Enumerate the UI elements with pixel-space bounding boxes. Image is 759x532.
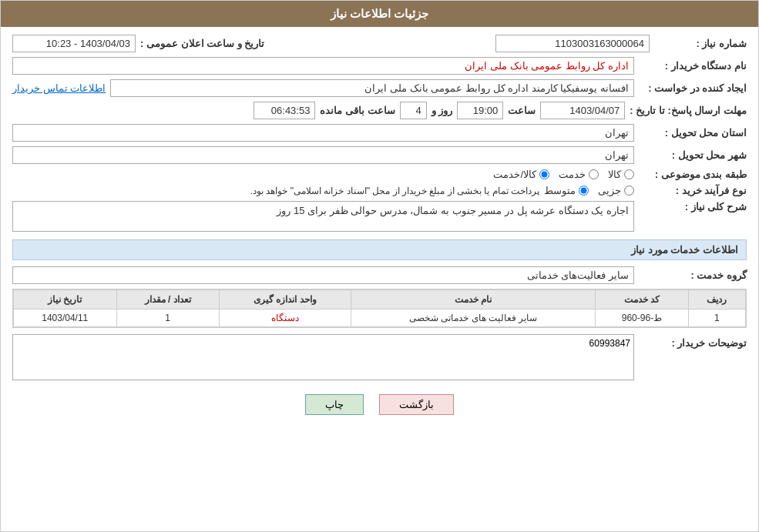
cell-row-num: 1 xyxy=(688,309,745,327)
need-number-label: شماره نیاز : xyxy=(654,38,747,49)
buyer-name-label: نام دستگاه خریدار : xyxy=(639,60,747,72)
purchase-type-note: پرداخت تمام یا بخشی از مبلغ خریدار از مح… xyxy=(12,186,539,196)
purchase-type-label: نوع فرآیند خرید : xyxy=(639,185,747,196)
buyer-name-value: اداره کل روابط عمومی بانک ملی ایران xyxy=(12,57,634,75)
col-header-unit: واحد اندازه گیری xyxy=(219,290,351,309)
purchase-type-radio-motavasset[interactable] xyxy=(579,186,589,196)
cell-service-code: ط-96-960 xyxy=(596,309,688,327)
province-label: استان محل تحویل : xyxy=(639,127,747,139)
deadline-remaining: 06:43:53 xyxy=(254,102,315,119)
category-kala-label: کالا xyxy=(608,169,621,180)
service-group-label: گروه خدمت : xyxy=(639,269,747,281)
announcement-value: 1403/04/03 - 10:23 xyxy=(12,35,136,52)
col-header-service-code: کد خدمت xyxy=(596,290,688,309)
cell-unit: دستگاه xyxy=(219,309,351,327)
category-label: طبقه بندی موضوعی : xyxy=(639,169,747,180)
city-label: شهر محل تحویل : xyxy=(639,149,747,161)
description-value: اجاره یک دستگاه عرشه پل در مسیر جنوب به … xyxy=(12,201,634,232)
description-label: شرح کلی نیاز : xyxy=(639,201,747,212)
buyer-desc-label: توضیحات خریدار : xyxy=(639,334,747,349)
cell-date: 1403/04/11 xyxy=(14,309,117,327)
creator-contact-link[interactable]: اطلاعات تماس خریدار xyxy=(12,82,106,94)
deadline-label: مهلت ارسال پاسخ: تا تاریخ : xyxy=(630,105,747,116)
table-row: 1 ط-96-960 سایر فعالیت های خدماتی شخصی د… xyxy=(14,309,746,327)
services-table: ردیف کد خدمت نام خدمت واحد اندازه گیری ت… xyxy=(12,289,747,328)
cell-service-name: سایر فعالیت های خدماتی شخصی xyxy=(351,309,596,327)
city-value: تهران xyxy=(12,146,634,164)
page-title: جزئیات اطلاعات نیاز xyxy=(1,1,758,27)
deadline-remaining-label: ساعت باقی مانده xyxy=(320,105,395,116)
announcement-label: تاریخ و ساعت اعلان عمومی : xyxy=(140,38,264,49)
category-khedmat-label: خدمت xyxy=(559,169,586,180)
col-header-quantity: تعداد / مقدار xyxy=(116,290,219,309)
creator-label: ایجاد کننده در خواست : xyxy=(639,82,747,94)
col-header-service-name: نام خدمت xyxy=(351,290,596,309)
purchase-type-radio-group: جزیی متوسط xyxy=(544,185,634,196)
print-button[interactable]: چاپ xyxy=(305,394,364,415)
category-kala-khedmat-label: کالا/خدمت xyxy=(493,169,536,180)
purchase-type-motavasset-label: متوسط xyxy=(544,185,576,196)
purchase-type-jozi-label: جزیی xyxy=(598,185,621,196)
deadline-time: 19:00 xyxy=(457,102,503,119)
services-section-title: اطلاعات خدمات مورد نیاز xyxy=(12,239,747,260)
purchase-type-radio-jozi[interactable] xyxy=(624,186,634,196)
cell-quantity: 1 xyxy=(116,309,219,327)
deadline-time-label: ساعت xyxy=(508,105,536,116)
back-button[interactable]: بازگشت xyxy=(379,394,454,415)
deadline-date: 1403/04/07 xyxy=(540,102,625,119)
buyer-desc-textarea[interactable]: 60993847 xyxy=(12,334,634,380)
deadline-days-label: روز و xyxy=(432,105,453,116)
category-radio-kala[interactable] xyxy=(624,169,634,179)
category-radio-group: کالا خدمت کالا/خدمت xyxy=(493,169,634,180)
category-radio-khedmat[interactable] xyxy=(589,169,599,179)
need-number-value: 1103003163000064 xyxy=(495,35,650,52)
deadline-days: 4 xyxy=(400,102,427,119)
category-radio-kala-khedmat[interactable] xyxy=(539,169,549,179)
col-header-row-num: ردیف xyxy=(688,290,745,309)
action-buttons: بازگشت چاپ xyxy=(12,394,747,415)
province-value: تهران xyxy=(12,124,634,142)
creator-value: افسانه یوسفیکیا کارمند اداره کل روابط عم… xyxy=(110,79,634,97)
service-group-value: سایر فعالیت‌های خدماتی xyxy=(12,266,634,284)
col-header-date: تاریخ نیاز xyxy=(14,290,117,309)
